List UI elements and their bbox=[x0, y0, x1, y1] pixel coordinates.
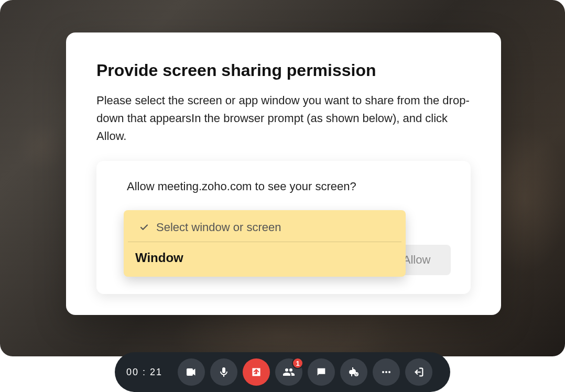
dropdown-placeholder-row[interactable]: Select window or screen bbox=[128, 210, 401, 242]
dropdown-placeholder-label: Select window or screen bbox=[156, 221, 281, 234]
more-icon bbox=[380, 366, 393, 378]
microphone-button[interactable] bbox=[210, 358, 237, 386]
svg-point-4 bbox=[385, 371, 387, 373]
svg-point-3 bbox=[382, 371, 384, 373]
screen-select-dropdown[interactable]: Select window or screen Window bbox=[124, 210, 406, 277]
camera-button[interactable] bbox=[178, 358, 205, 386]
browser-prompt-preview: Allow meeting.zoho.com to see your scree… bbox=[96, 161, 471, 294]
prompt-title: Allow meeting.zoho.com to see your scree… bbox=[116, 180, 451, 193]
svg-point-2 bbox=[357, 373, 357, 374]
chat-button[interactable] bbox=[308, 358, 335, 386]
svg-point-1 bbox=[355, 373, 356, 374]
share-screen-icon bbox=[249, 365, 263, 379]
chat-icon bbox=[316, 366, 327, 378]
leave-button[interactable] bbox=[405, 358, 432, 386]
participants-icon bbox=[282, 366, 295, 378]
svg-point-0 bbox=[354, 372, 358, 376]
svg-point-5 bbox=[388, 371, 390, 373]
leave-icon bbox=[413, 366, 425, 378]
more-options-button[interactable] bbox=[373, 358, 400, 386]
microphone-icon bbox=[218, 366, 230, 378]
share-screen-button[interactable] bbox=[243, 358, 270, 386]
modal-title: Provide screen sharing permission bbox=[96, 61, 471, 80]
camera-icon bbox=[185, 366, 198, 378]
meeting-timer: 00 : 21 bbox=[126, 367, 168, 378]
screen-share-permission-modal: Provide screen sharing permission Please… bbox=[66, 32, 501, 315]
reactions-icon bbox=[347, 366, 360, 378]
dropdown-option-window[interactable]: Window bbox=[124, 242, 406, 277]
modal-description: Please select the screen or app window y… bbox=[96, 92, 471, 145]
reactions-button[interactable] bbox=[340, 358, 367, 386]
meeting-toolbar: 00 : 21 1 bbox=[115, 352, 450, 392]
participants-badge: 1 bbox=[292, 357, 303, 369]
check-icon bbox=[139, 223, 149, 232]
participants-button[interactable]: 1 bbox=[275, 358, 302, 386]
